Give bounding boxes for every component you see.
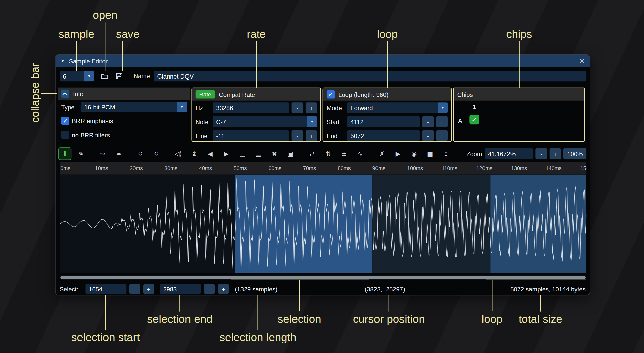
annotation-save: save: [116, 28, 140, 41]
loop-end-label: End: [327, 132, 345, 139]
draw-mode-button[interactable]: ✎: [75, 148, 87, 160]
amplify-button[interactable]: ◁): [172, 148, 184, 160]
ruler-tick: 70ms: [303, 165, 316, 171]
annotation-line-selection-start: [105, 295, 106, 330]
hz-plus-button[interactable]: +: [306, 102, 317, 113]
select-label: Select:: [60, 286, 78, 293]
check-icon: ✓: [63, 117, 68, 124]
delete-button[interactable]: ✖: [268, 148, 281, 160]
selection-start-minus-button[interactable]: -: [129, 284, 140, 294]
floppy-icon: [115, 72, 123, 80]
crossfade-button[interactable]: ✗: [376, 148, 388, 160]
selection-start-plus-button[interactable]: +: [143, 284, 154, 294]
annotation-total-size: total size: [519, 313, 562, 326]
waveform-canvas: [60, 175, 586, 273]
create-instrument-button[interactable]: ↥: [440, 148, 452, 160]
redo-button[interactable]: ↻: [150, 148, 163, 160]
loop-start-input[interactable]: 4112: [347, 116, 420, 127]
chips-panel: Chips 1 A ✓: [453, 88, 585, 142]
fine-minus-button[interactable]: -: [292, 130, 303, 141]
loop-mode-dropdown[interactable]: Forward ▼: [347, 102, 448, 113]
timeline-ruler[interactable]: 0ms10ms20ms30ms40ms50ms60ms70ms80ms90ms1…: [60, 162, 586, 175]
fine-row: Fine -11 - +: [192, 129, 320, 142]
loop-start-plus-button[interactable]: +: [436, 116, 448, 127]
ibeam-cursor-icon: I: [63, 149, 67, 158]
scrollbar-thumb[interactable]: [60, 276, 586, 279]
stop-button[interactable]: ■: [424, 148, 436, 160]
resize-wave-icon: ⇝: [100, 150, 105, 157]
preview-button[interactable]: ▶: [392, 148, 404, 160]
hz-minus-button[interactable]: -: [292, 102, 303, 113]
hz-row: Hz 33286 - +: [192, 101, 320, 115]
loop-end-input[interactable]: 5072: [347, 130, 420, 141]
filter-button[interactable]: ∿: [354, 148, 366, 160]
zoom-input[interactable]: 41.1672%: [485, 148, 533, 159]
fine-plus-button[interactable]: +: [306, 130, 317, 141]
annotation-rate: rate: [247, 28, 266, 41]
loop-start-minus-button[interactable]: -: [422, 116, 434, 127]
brr-emphasis-checkbox[interactable]: ✓: [61, 117, 70, 125]
chevron-down-icon[interactable]: ▼: [438, 102, 448, 113]
sign-button[interactable]: ±: [338, 148, 350, 160]
invert-button[interactable]: ⇅: [322, 148, 334, 160]
zoom-in-button[interactable]: +: [550, 148, 561, 159]
selection-start-input[interactable]: 1654: [86, 284, 127, 294]
panels-row: ❮ Info Type 16-bit PCM ▼ ✓ BRR emphasis: [56, 88, 590, 142]
collapse-bar-button[interactable]: ❮: [61, 90, 70, 98]
waveform-display[interactable]: [60, 175, 586, 273]
selection-end-plus-button[interactable]: +: [218, 284, 229, 294]
open-button[interactable]: [98, 71, 111, 81]
collapse-triangle-icon[interactable]: ▼: [60, 58, 65, 63]
chevron-down-icon[interactable]: ▼: [307, 116, 317, 127]
resize-button[interactable]: ⇝: [96, 148, 109, 160]
reverse-button[interactable]: ⇄: [306, 148, 318, 160]
normalize-icon: ↨: [192, 150, 197, 157]
save-button[interactable]: [113, 71, 125, 81]
normalize-button[interactable]: ↨: [188, 148, 200, 160]
chevron-down-icon[interactable]: ▼: [177, 102, 187, 112]
fine-input[interactable]: -11: [213, 130, 289, 141]
total-size-text: 5072 samples, 10144 bytes: [510, 286, 586, 293]
type-label: Type: [61, 103, 78, 110]
loop-end-minus-button[interactable]: -: [422, 130, 434, 141]
hz-input[interactable]: 33286: [213, 102, 289, 113]
annotation-selection-length: selection length: [219, 331, 296, 344]
trim-button[interactable]: ▣: [284, 148, 297, 160]
close-icon[interactable]: ✕: [579, 57, 585, 65]
selection-end-input[interactable]: 2983: [160, 284, 201, 294]
note-dropdown[interactable]: C-7 ▼: [213, 116, 317, 127]
horizontal-scrollbar[interactable]: [60, 275, 586, 280]
ruler-tick: 100ms: [407, 165, 423, 171]
ruler-tick: 30ms: [164, 165, 177, 171]
type-dropdown[interactable]: 16-bit PCM ▼: [81, 102, 187, 112]
loop-end-plus-button[interactable]: +: [436, 130, 448, 141]
type-value: 16-bit PCM: [81, 102, 177, 112]
annotation-line-save: [122, 41, 123, 71]
fade-in-button[interactable]: ◀: [204, 148, 217, 160]
insert-silence-button[interactable]: ▁: [236, 148, 249, 160]
select-mode-button[interactable]: I: [59, 148, 71, 160]
selection-end-minus-button[interactable]: -: [204, 284, 215, 294]
fade-out-button[interactable]: ▶: [220, 148, 232, 160]
annotation-loop: loop: [377, 28, 398, 41]
apply-silence-button[interactable]: ▂: [252, 148, 264, 160]
sample-selector[interactable]: 6 ▼: [60, 71, 94, 81]
play-circle-icon: ◉: [411, 150, 417, 157]
info-panel: ❮ Info Type 16-bit PCM ▼ ✓ BRR emphasis: [58, 88, 190, 142]
no-brr-filters-checkbox[interactable]: [61, 131, 70, 139]
resample-button[interactable]: ≈: [113, 148, 125, 160]
toolbar: I✎⇝≈↺↻◁)↨◀▶▁▂✖▣⇄⇅±∿✗▶◉■↥ Zoom 41.1672% -…: [59, 147, 586, 160]
preview-cursor-button[interactable]: ◉: [408, 148, 420, 160]
zoom-reset-button[interactable]: 100%: [564, 148, 586, 159]
loop-checkbox[interactable]: ✓: [327, 90, 335, 99]
zoom-out-button[interactable]: -: [535, 148, 547, 159]
undo-button[interactable]: ↺: [134, 148, 147, 160]
name-input[interactable]: Clarinet DQV: [154, 71, 586, 81]
sign-icon: ±: [342, 150, 347, 157]
rate-header: Rate Compat Rate: [192, 88, 320, 101]
chevron-down-icon[interactable]: ▼: [84, 71, 94, 81]
ruler-tick: 80ms: [338, 165, 351, 171]
annotation-cursor-position: cursor position: [353, 313, 425, 326]
chip-enabled-checkbox[interactable]: ✓: [469, 115, 479, 124]
titlebar[interactable]: ▼ Sample Editor ✕: [56, 55, 590, 67]
